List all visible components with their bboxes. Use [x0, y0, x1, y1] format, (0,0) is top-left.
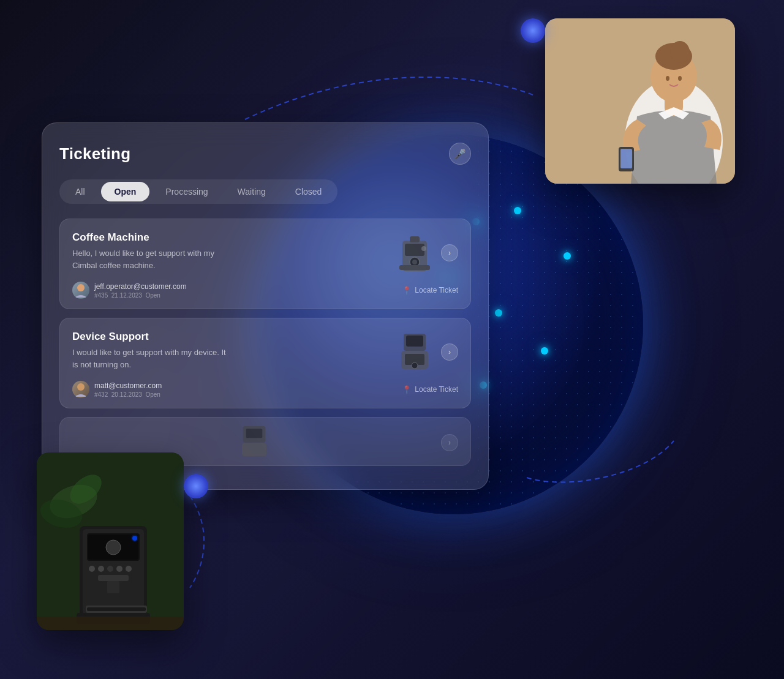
tab-all[interactable]: All	[62, 182, 99, 201]
woman-illustration	[545, 18, 735, 184]
svg-point-37	[98, 566, 104, 572]
chevron-right-icon-2: ›	[448, 348, 451, 356]
main-panel: Ticketing 🎤 All Open Processing Waiting …	[42, 122, 489, 490]
ticket-card-1: Coffee Machine Hello, I would like to ge…	[59, 219, 471, 309]
user-avatar-1	[72, 282, 89, 299]
svg-point-23	[77, 383, 85, 391]
svg-rect-14	[410, 236, 420, 242]
user-details-2: matt@customer.com #432 20.12.2023 Open	[94, 381, 162, 398]
ticket-footer-1: jeff.operator@customer.com #435 21.12.20…	[72, 282, 458, 299]
locate-label-2: Locate Ticket	[415, 385, 458, 394]
ticket-meta-1: #435 21.12.2023 Open	[94, 292, 187, 299]
svg-point-7	[678, 76, 682, 81]
svg-point-35	[106, 540, 121, 555]
mic-icon: 🎤	[454, 148, 466, 160]
user-email-1: jeff.operator@customer.com	[94, 282, 187, 291]
ticket-user-1: jeff.operator@customer.com #435 21.12.20…	[72, 282, 187, 299]
user-avatar-2	[72, 381, 89, 398]
tab-waiting[interactable]: Waiting	[224, 182, 279, 201]
ticket-title-2: Device Support	[72, 331, 393, 343]
ticket-footer-2: matt@customer.com #432 20.12.2023 Open 📍…	[72, 381, 458, 398]
ticket-info-2: Device Support I would like to get suppo…	[72, 331, 393, 370]
avatar-img-1	[72, 282, 89, 299]
locate-icon-1: 📍	[402, 286, 412, 295]
ticket-title-1: Coffee Machine	[72, 231, 393, 244]
ticket-desc-1: Hello, I would like to get support with …	[72, 247, 232, 271]
svg-point-17	[77, 284, 85, 291]
panel-title: Ticketing	[59, 144, 130, 163]
avatar-img-2	[72, 381, 89, 398]
user-details-1: jeff.operator@customer.com #435 21.12.20…	[94, 282, 187, 299]
ticket-chevron-3[interactable]: ›	[441, 434, 458, 451]
main-scene: Ticketing 🎤 All Open Processing Waiting …	[0, 0, 784, 679]
tab-closed[interactable]: Closed	[282, 182, 336, 201]
ticket-image-1	[393, 231, 436, 274]
ticket-top-1: Coffee Machine Hello, I would like to ge…	[72, 231, 458, 274]
svg-point-36	[89, 566, 95, 572]
ticket-desc-2: I would like to get support with my devi…	[72, 347, 232, 370]
photo-card-bottom	[37, 452, 184, 630]
panel-header: Ticketing 🎤	[59, 143, 471, 165]
svg-rect-9	[620, 149, 632, 168]
mic-button[interactable]: 🎤	[449, 143, 471, 165]
ticket-partial-content: ›	[72, 430, 458, 456]
coffee-machine-large-svg	[37, 452, 184, 630]
ticket-user-2: matt@customer.com #432 20.12.2023 Open	[72, 381, 162, 398]
svg-rect-48	[37, 617, 184, 630]
svg-point-6	[666, 76, 669, 81]
svg-rect-44	[87, 607, 146, 611]
photo-card-top	[545, 18, 735, 184]
svg-rect-11	[405, 244, 424, 256]
globe-node-5	[541, 347, 548, 355]
svg-point-13	[412, 260, 417, 264]
device-svg-2	[396, 331, 433, 373]
tab-processing[interactable]: Processing	[152, 182, 221, 201]
svg-rect-26	[242, 443, 266, 457]
ticket-info-1: Coffee Machine Hello, I would like to ge…	[72, 231, 393, 271]
filter-tabs: All Open Processing Waiting Closed	[59, 179, 337, 204]
tab-open[interactable]: Open	[101, 182, 150, 201]
ticket-chevron-2[interactable]: ›	[441, 343, 458, 361]
partial-device-svg	[239, 423, 270, 460]
ticket-image-2	[393, 331, 436, 373]
chevron-right-icon-1: ›	[448, 249, 451, 257]
user-email-2: matt@customer.com	[94, 381, 162, 390]
ticket-chevron-1[interactable]: ›	[441, 244, 458, 261]
ticket-top-2: Device Support I would like to get suppo…	[72, 331, 458, 373]
photo-card-top-inner	[545, 18, 735, 184]
svg-point-5	[670, 41, 690, 63]
svg-rect-25	[246, 429, 263, 438]
svg-point-47	[131, 535, 138, 542]
globe-node-2	[514, 207, 521, 214]
ticket-meta-2: #432 20.12.2023 Open	[94, 391, 162, 398]
coffee-machine-svg-1	[396, 231, 433, 274]
locate-label-1: Locate Ticket	[415, 286, 458, 294]
globe-node-3	[564, 252, 571, 260]
svg-point-22	[412, 362, 418, 369]
svg-point-39	[116, 566, 123, 572]
locate-btn-2[interactable]: 📍 Locate Ticket	[402, 385, 458, 394]
ticket-card-2: Device Support I would like to get suppo…	[59, 318, 471, 408]
svg-rect-19	[406, 336, 423, 347]
blue-dot-top	[521, 18, 545, 43]
svg-point-38	[107, 566, 113, 572]
locate-icon-2: 📍	[402, 385, 412, 394]
ticket-partial-image	[239, 423, 270, 462]
svg-rect-42	[107, 581, 119, 593]
svg-rect-15	[399, 265, 430, 270]
photo-card-bottom-inner	[37, 452, 184, 630]
svg-point-40	[126, 566, 132, 572]
svg-point-16	[421, 246, 426, 251]
blue-dot-bottom	[184, 474, 208, 498]
svg-rect-41	[98, 575, 129, 581]
chevron-right-icon-3: ›	[448, 438, 451, 447]
locate-btn-1[interactable]: 📍 Locate Ticket	[402, 286, 458, 295]
